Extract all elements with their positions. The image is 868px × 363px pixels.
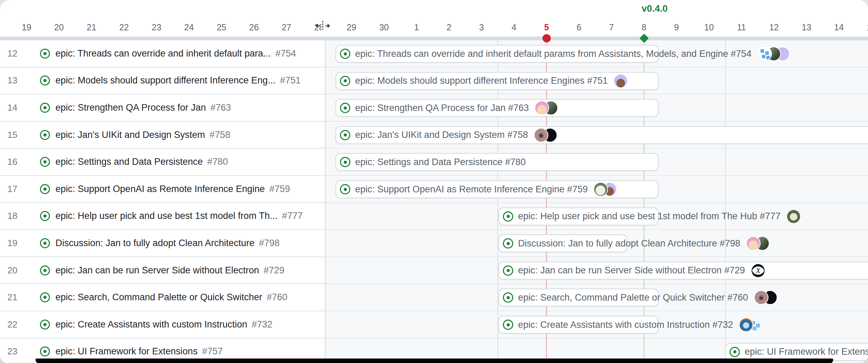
gantt-bar-759[interactable]: epic: Support OpenAI as Remote Inference… bbox=[335, 180, 659, 198]
issue-number[interactable]: #760 bbox=[267, 292, 287, 303]
day-label-20: 20 bbox=[54, 21, 64, 33]
mauve-eye-avatar[interactable]: ◉ bbox=[534, 128, 548, 142]
issue-number[interactable]: #751 bbox=[280, 75, 301, 86]
issue-number[interactable]: #798 bbox=[259, 238, 280, 249]
assignee-avatars: X bbox=[751, 263, 765, 278]
assignee-avatars bbox=[757, 47, 790, 61]
row-number: 13 bbox=[0, 75, 25, 86]
assignee-avatars bbox=[613, 74, 628, 88]
gantt-bar-title[interactable]: epic: Threads can override and inherit d… bbox=[355, 49, 752, 59]
gantt-bar-content: epic: Settings and Data Persistence #780 bbox=[335, 153, 526, 171]
table-row-16[interactable]: 16epic: Settings and Data Persistence#78… bbox=[0, 149, 325, 176]
gantt-bar-title[interactable]: epic: Create Assistants with custom Inst… bbox=[518, 320, 733, 330]
issue-number[interactable]: #759 bbox=[269, 184, 290, 194]
gantt-bar-title[interactable]: Discussion: Jan to fully adopt Clean Arc… bbox=[518, 238, 740, 249]
table-row-18[interactable]: 18epic: Help user pick and use best 1st … bbox=[0, 203, 325, 230]
x-script-avatar[interactable]: X bbox=[751, 263, 765, 278]
table-row-12[interactable]: 12epic: Threads can override and inherit… bbox=[0, 40, 325, 68]
open-issue-icon bbox=[503, 211, 513, 222]
gantt-bar-title[interactable]: epic: Models should support different In… bbox=[355, 75, 608, 86]
gantt-bar-title[interactable]: epic: Settings and Data Persistence #780 bbox=[355, 157, 526, 168]
cat-color-avatar[interactable] bbox=[739, 317, 753, 332]
issue-number[interactable]: #758 bbox=[209, 130, 230, 140]
purple-person-avatar[interactable] bbox=[613, 74, 628, 88]
row-number: 23 bbox=[0, 346, 25, 357]
table-row-14[interactable]: 14epic: Strengthen QA Process for Jan#76… bbox=[0, 94, 325, 122]
open-issue-icon bbox=[340, 76, 350, 86]
table-row-17[interactable]: 17epic: Support OpenAI as Remote Inferen… bbox=[0, 176, 325, 203]
column-resize-cursor-icon bbox=[315, 20, 331, 33]
assignee-avatars: ◉ bbox=[534, 128, 557, 142]
open-issue-icon bbox=[40, 157, 50, 167]
assignee-avatars bbox=[535, 101, 558, 115]
gantt-bar-title[interactable]: epic: Jan's UIKit and Design System #758 bbox=[355, 130, 528, 140]
issue-title[interactable]: epic: Help user pick and use best 1st mo… bbox=[55, 211, 278, 221]
open-issue-icon bbox=[40, 211, 50, 221]
open-issue-icon bbox=[503, 265, 513, 276]
gantt-bar-title[interactable]: epic: Search, Command Palette or Quick S… bbox=[518, 292, 748, 303]
issue-title[interactable]: epic: Strengthen QA Process for Jan bbox=[55, 102, 206, 113]
gantt-bar-798[interactable]: Discussion: Jan to fully adopt Clean Arc… bbox=[498, 234, 627, 252]
table-row-21[interactable]: 21epic: Search, Command Palette or Quick… bbox=[0, 284, 325, 311]
gantt-bar-760[interactable]: epic: Search, Command Palette or Quick S… bbox=[498, 289, 659, 306]
gantt-bar-title[interactable]: epic: Strengthen QA Process for Jan #763 bbox=[355, 103, 529, 113]
gantt-bar-758[interactable]: epic: Jan's UIKit and Design System #758… bbox=[335, 126, 868, 144]
gantt-bar-732[interactable]: epic: Create Assistants with custom Inst… bbox=[498, 316, 659, 334]
issue-table-panel: 12epic: Threads can override and inherit… bbox=[0, 40, 326, 363]
issue-number[interactable]: #763 bbox=[210, 102, 231, 113]
issue-title[interactable]: epic: Threads can override and inherit d… bbox=[55, 48, 271, 59]
day-label-24: 24 bbox=[184, 21, 194, 33]
issue-number[interactable]: #732 bbox=[252, 319, 272, 330]
issue-title[interactable]: epic: Support OpenAI as Remote Inference… bbox=[55, 184, 265, 194]
issue-number[interactable]: #754 bbox=[275, 48, 296, 59]
issue-title[interactable]: Discussion: Jan to fully adopt Clean Arc… bbox=[55, 238, 255, 249]
issue-title[interactable]: epic: UI Framework for Extensions bbox=[55, 346, 198, 357]
assignee-avatars: ◉ bbox=[754, 290, 777, 305]
gantt-bar-title[interactable]: epic: Help user pick and use best 1st mo… bbox=[518, 211, 781, 222]
issue-title[interactable]: epic: Settings and Data Persistence bbox=[55, 157, 203, 167]
gantt-bar-title[interactable]: epic: Jan can be run Server Side without… bbox=[518, 265, 745, 276]
gantt-bar-content: epic: Search, Command Palette or Quick S… bbox=[498, 289, 777, 306]
gantt-bar-780[interactable]: epic: Settings and Data Persistence #780 bbox=[335, 153, 659, 171]
issue-number[interactable]: #777 bbox=[282, 211, 303, 221]
bottom-black-bar bbox=[35, 359, 833, 363]
gantt-bar-title[interactable]: epic: UI Framework for Extensions #757 bbox=[745, 346, 868, 357]
open-issue-icon bbox=[503, 292, 513, 303]
gantt-bar-content: epic: UI Framework for Extensions #757 bbox=[725, 343, 868, 361]
issue-title[interactable]: epic: Create Assistants with custom Inst… bbox=[55, 319, 247, 330]
table-row-15[interactable]: 15epic: Jan's UIKit and Design System#75… bbox=[0, 122, 325, 149]
issue-number[interactable]: #780 bbox=[207, 157, 228, 167]
gantt-bar-title[interactable]: epic: Support OpenAI as Remote Inference… bbox=[355, 184, 588, 195]
table-row-19[interactable]: 19Discussion: Jan to fully adopt Clean A… bbox=[0, 230, 325, 257]
open-issue-icon bbox=[40, 320, 50, 330]
cat-green-avatar[interactable] bbox=[786, 209, 801, 224]
issue-number[interactable]: #757 bbox=[202, 346, 223, 357]
open-issue-icon bbox=[40, 75, 50, 85]
table-row-22[interactable]: 22epic: Create Assistants with custom In… bbox=[0, 311, 325, 339]
mauve-eye-avatar[interactable]: ◉ bbox=[754, 290, 768, 305]
assignee-avatars bbox=[739, 317, 762, 332]
gantt-bar-content: epic: Help user pick and use best 1st mo… bbox=[498, 208, 801, 225]
table-row-13[interactable]: 13epic: Models should support different … bbox=[0, 68, 325, 95]
open-issue-icon bbox=[40, 265, 50, 275]
day-label-2: 2 bbox=[447, 21, 452, 33]
gantt-bar-729[interactable]: epic: Jan can be run Server Side without… bbox=[498, 262, 868, 280]
gantt-bar-754[interactable]: epic: Threads can override and inherit d… bbox=[335, 45, 659, 63]
identicon-blue-avatar[interactable] bbox=[757, 47, 772, 61]
screenshot-stage: v0.4.0 192021222324252627282930123456789… bbox=[0, 0, 868, 363]
assignee-avatars bbox=[593, 182, 617, 196]
gantt-bar-763[interactable]: epic: Strengthen QA Process for Jan #763 bbox=[335, 99, 659, 117]
day-label-6: 6 bbox=[577, 21, 581, 33]
issue-title[interactable]: epic: Models should support different In… bbox=[55, 75, 276, 86]
issue-title[interactable]: epic: Jan's UIKit and Design System bbox=[55, 130, 205, 140]
open-issue-icon bbox=[503, 238, 513, 249]
gantt-bar-751[interactable]: epic: Models should support different In… bbox=[335, 72, 659, 90]
gantt-bar-777[interactable]: epic: Help user pick and use best 1st mo… bbox=[498, 208, 659, 225]
gantt-bar-757[interactable]: epic: UI Framework for Extensions #757 bbox=[725, 343, 868, 361]
issue-title[interactable]: epic: Search, Command Palette or Quick S… bbox=[55, 292, 262, 303]
issue-number[interactable]: #729 bbox=[264, 265, 284, 276]
gantt-bar-content: Discussion: Jan to fully adopt Clean Arc… bbox=[498, 234, 769, 252]
issue-title[interactable]: epic: Jan can be run Server Side without… bbox=[55, 265, 259, 276]
milestone-label[interactable]: v0.4.0 bbox=[642, 3, 668, 14]
table-row-20[interactable]: 20epic: Jan can be run Server Side witho… bbox=[0, 257, 325, 284]
